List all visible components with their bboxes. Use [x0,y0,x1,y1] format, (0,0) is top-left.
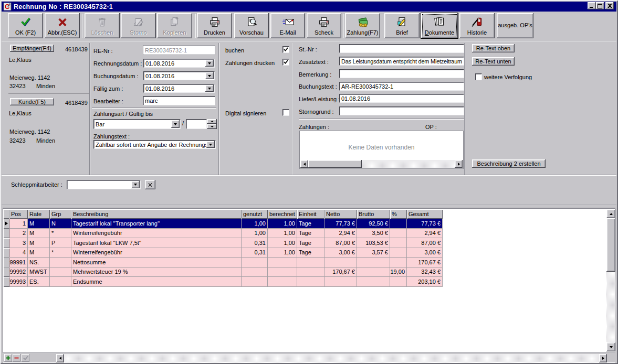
maximize-button[interactable] [596,2,604,9]
zahlungstext-dropdown-button[interactable] [206,141,215,148]
grid-cell-grp[interactable] [50,258,71,267]
grid-cell-einheit[interactable]: Tage [297,229,324,239]
grid-cell-grp[interactable]: P [50,238,71,248]
copy-button[interactable]: Kopieren [157,13,192,38]
payments-list[interactable]: Keine Daten vorhanden [299,131,464,169]
faellig-dropdown-button[interactable] [205,85,214,92]
grid-cell-genutzt[interactable] [242,258,268,267]
spin-up-button[interactable] [207,119,217,124]
preview-button[interactable]: Vorschau [234,13,269,38]
grid-cell-pct[interactable] [390,238,407,248]
payments-hscrollbar-thumb[interactable] [308,160,362,168]
grid-cell-brutto[interactable] [357,258,390,267]
grid-cell-pos[interactable]: 2 [9,229,28,239]
scroll-right-button[interactable] [455,160,463,168]
grid-cell-rate[interactable]: M [28,248,50,258]
grid-cell-rate[interactable]: M [28,219,50,229]
scroll-down-button[interactable] [606,342,615,351]
grid-cell-berechnet[interactable]: 1,00 [268,238,297,248]
grid-cell-gesamt[interactable]: 203,10 € [407,277,443,287]
grid-row-selector[interactable] [3,248,9,258]
grid-vscrollbar-thumb[interactable] [606,218,615,272]
buchungsdatum-dropdown-button[interactable] [205,72,214,79]
schleppmitarbeiter-dropdown-button[interactable] [131,181,140,188]
grid-cell-genutzt[interactable]: 0,31 [242,238,268,248]
grid-cell-beschreibung[interactable]: Mehrwertsteuer 19 % [71,267,242,277]
grid-cell-rate[interactable]: NS. [28,258,50,267]
grid-cell-rate[interactable]: MWST [28,267,50,277]
beschreibung2-button[interactable]: Beschreibung 2 erstellen [472,159,546,168]
grid-cell-netto[interactable] [324,258,357,267]
scroll-up-button[interactable] [606,209,615,218]
grid-cell-rate[interactable]: M [28,229,50,239]
spin-down-button[interactable] [207,124,217,129]
grid-cell-gesamt[interactable]: 87,00 € [407,238,443,248]
confirm-row-button[interactable] [22,354,29,362]
add-row-button[interactable] [4,354,12,362]
grid-cell-genutzt[interactable]: 1,00 [242,219,268,229]
grid-cell-netto[interactable]: 170,67 € [324,267,357,277]
stornogrund-field[interactable] [339,106,464,115]
grid-row-selector[interactable] [3,229,9,239]
grid-header-beschreibung[interactable]: Beschreibung [71,209,242,219]
grid-cell-einheit[interactable] [297,267,324,277]
grid-hscrollbar[interactable] [56,354,607,362]
grid-cell-berechnet[interactable]: 1,00 [268,248,297,258]
grid-cell-netto[interactable]: 77,73 € [324,219,357,229]
delete-button[interactable]: Löschen [85,13,120,38]
grid-cell-pct[interactable] [390,229,407,239]
buchen-checkbox[interactable] [282,46,289,53]
scroll-left-button[interactable] [300,160,308,168]
grid-cell-beschreibung[interactable]: Endsumme [71,277,242,287]
zahlungsart-combo[interactable]: Bar [93,119,181,129]
grid-cell-gesamt[interactable]: 3,00 € [407,248,443,258]
grid-cell-pos[interactable]: 3 [9,238,28,248]
grid-cell-gesamt[interactable]: 32,43 € [407,267,443,277]
re-text-unten-button[interactable]: Re-Text unten [472,57,515,66]
bemerkung-field[interactable] [339,69,464,78]
grid-cell-einheit[interactable]: Tage [297,248,324,258]
ausgeb-ops-button[interactable]: ausgeb. OP's [497,13,533,38]
grid-header-brutto[interactable]: Brutto [357,209,390,219]
grid-cell-pct[interactable] [390,258,407,267]
grid-cell-grp[interactable]: N [50,219,71,229]
grid-cell-berechnet[interactable] [268,267,297,277]
digital-signieren-checkbox[interactable] [282,109,289,116]
scheck-button[interactable]: Scheck [307,13,341,38]
grid-row-selector[interactable] [3,258,9,267]
documents-button[interactable]: Dokumente [421,13,458,38]
grid-cell-gesamt[interactable]: 2,94 € [407,229,443,239]
grid-cell-gesamt[interactable]: 77,73 € [407,219,443,229]
grid-cell-brutto[interactable]: 3,50 € [357,229,390,239]
payment-button[interactable]: Zahlung(F7) [345,13,380,38]
zahlungstext-combo[interactable]: Zahlbar sofort unter Angabe der Rechnung… [93,140,216,149]
grid-cell-pct[interactable] [390,277,407,287]
grid-cell-netto[interactable] [324,277,357,287]
grid-cell-pos[interactable]: 99993 [9,277,28,287]
grid-cell-beschreibung[interactable]: Winterreifengebühr [71,229,242,239]
close-button[interactable] [605,2,614,9]
grid-cell-brutto[interactable] [357,267,390,277]
grid-cell-pos[interactable]: 1 [9,219,28,229]
gueltig-bis-field[interactable] [186,119,207,129]
grid-cell-grp[interactable] [50,267,71,277]
grid-cell-brutto[interactable] [357,277,390,287]
gueltig-bis-spinner[interactable] [207,119,217,129]
cancel-button[interactable]: Abbr.(ESC) [45,13,80,38]
zahlungsart-dropdown-button[interactable] [171,120,180,128]
ok-button[interactable]: OK (F2) [8,13,43,38]
grid-row-selector[interactable] [3,277,9,287]
rechnungsdatum-field[interactable]: 01.08.2016 [143,59,215,68]
grid-header-einheit[interactable]: Einheit [297,209,324,219]
grid-cell-beschreibung[interactable]: Tagestarif lokal ''Transporter lang'' [71,219,242,229]
grid-cell-einheit[interactable]: Tage [297,238,324,248]
print-button[interactable]: Drucken [197,13,232,38]
grid-cell-berechnet[interactable]: 1,00 [268,229,297,239]
re-nr-field[interactable]: RE300345732-1 [143,45,215,55]
grid-vscrollbar[interactable] [606,209,615,351]
kunde-button[interactable]: Kunde(F5) [10,98,54,105]
grid-cell-pos[interactable]: 99992 [9,267,28,277]
grid-header-berechnet[interactable]: berechnet [268,209,297,219]
grid-cell-rate[interactable]: M [28,238,50,248]
grid-cell-netto[interactable]: 3,00 € [324,248,357,258]
